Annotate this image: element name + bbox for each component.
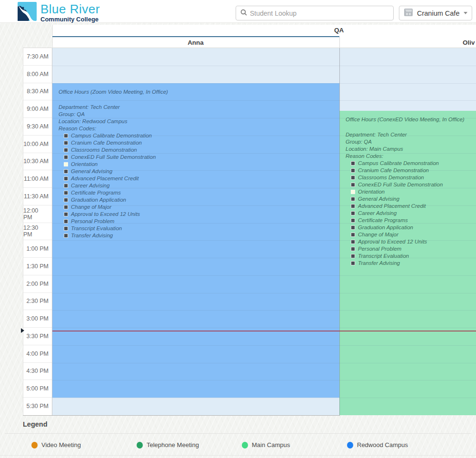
search-input[interactable]: [250, 10, 389, 17]
time-slot-row[interactable]: 9:00 AM: [23, 100, 52, 118]
reason-label: Approval to Exceed 12 Units: [358, 238, 427, 245]
legend-item-label: Telephone Meeting: [147, 441, 199, 448]
app-selector-label: Cranium Cafe: [417, 10, 460, 17]
reason-code-swatch-icon: [64, 226, 68, 231]
reason-code-item: Certificate Programs: [64, 189, 336, 196]
time-slot-row[interactable]: 4:00 PM: [23, 345, 52, 363]
time-label: 8:00 AM: [27, 71, 49, 78]
time-label: 4:30 PM: [26, 368, 49, 374]
time-slot-row[interactable]: 7:30 AM: [23, 48, 52, 66]
reason-code-swatch-icon: [351, 190, 355, 194]
reason-code-item: Classrooms Demonstration: [64, 146, 336, 154]
reason-label: ConexED Full Suite Demonstration: [358, 181, 443, 188]
reason-code-item: Transcript Evaluation: [351, 253, 472, 260]
office-hours-event-olivia[interactable]: Office Hours (ConexED Video Meeting, In …: [339, 111, 476, 415]
reason-label: Cranium Cafe Demonstration: [358, 167, 429, 174]
event-title: Office Hours (ConexED Video Meeting, In …: [346, 116, 472, 123]
time-slot-row[interactable]: 10:00 AM: [23, 136, 52, 153]
reason-code-swatch-icon: [64, 234, 68, 238]
top-bar: Blue River Community College Cr: [0, 0, 476, 23]
reason-code-swatch-icon: [351, 161, 355, 166]
reason-label: Advanced Placement Credit: [358, 203, 426, 210]
reason-code-swatch-icon: [64, 134, 68, 138]
event-group: Group: QA: [346, 138, 472, 146]
student-lookup-search[interactable]: [236, 6, 394, 20]
reason-label: Personal Problem: [358, 245, 401, 253]
time-slot-row[interactable]: 12:30 PM: [23, 223, 52, 241]
reason-code-item: Transfer Advising: [351, 260, 472, 267]
time-label: 11:00 AM: [24, 175, 49, 182]
legend-title: Legend: [23, 420, 48, 428]
day-column-olivia[interactable]: Office Hours (ConexED Video Meeting, In …: [339, 48, 476, 415]
reason-code-swatch-icon: [351, 240, 355, 244]
event-department: Department: Tech Center: [346, 131, 472, 138]
time-slot-row[interactable]: 3:00 PM: [23, 310, 52, 328]
reason-code-item: Advanced Placement Credit: [64, 175, 336, 182]
reason-code-swatch-icon: [64, 205, 68, 209]
legend-item-label: Redwood Campus: [357, 441, 408, 448]
time-label: 1:00 PM: [26, 245, 49, 252]
reason-code-swatch-icon: [64, 184, 68, 188]
reason-code-item: Campus Calibrate Demonstration: [64, 132, 336, 139]
time-slot-row[interactable]: 11:30 AM: [23, 188, 52, 205]
reason-code-item: General Advising: [351, 195, 472, 203]
group-header-underline: [52, 36, 339, 37]
day-column-anna[interactable]: Office Hours (Zoom Video Meeting, In Off…: [52, 48, 339, 415]
time-label: 11:30 AM: [24, 193, 49, 200]
reason-label: Personal Problem: [71, 218, 114, 225]
reason-code-swatch-icon: [351, 233, 355, 237]
legend-item: Telephone Meeting: [137, 441, 242, 448]
legend-divider: [5, 433, 471, 434]
time-label: 2:00 PM: [26, 281, 49, 287]
reason-code-item: Advanced Placement Credit: [351, 203, 472, 210]
reason-code-item: Approval to Exceed 12 Units: [351, 238, 472, 245]
time-slot-row[interactable]: 10:30 AM: [23, 153, 52, 171]
reason-code-swatch-icon: [64, 219, 68, 224]
storefront-icon: [404, 8, 413, 19]
time-slot-row[interactable]: 9:30 AM: [23, 118, 52, 136]
time-slot-row[interactable]: 5:30 PM: [23, 398, 52, 415]
time-slot-row[interactable]: 5:00 PM: [23, 380, 52, 398]
reason-label: General Advising: [358, 195, 399, 203]
time-label: 3:30 PM: [26, 333, 49, 340]
time-slot-row[interactable]: 3:30 PM: [23, 328, 52, 345]
reason-code-swatch-icon: [64, 141, 68, 145]
page: Blue River Community College Cr: [0, 0, 476, 458]
reason-code-swatch-icon: [64, 169, 68, 174]
office-hours-event-anna[interactable]: Office Hours (Zoom Video Meeting, In Off…: [52, 83, 339, 398]
time-label: 10:00 AM: [23, 141, 49, 147]
reason-code-item: Transcript Evaluation: [64, 225, 336, 232]
time-slot-row[interactable]: 4:30 PM: [23, 363, 52, 380]
legend-item: Redwood Campus: [347, 441, 452, 448]
time-label: 5:00 PM: [26, 385, 49, 392]
time-slot-row[interactable]: 2:30 PM: [23, 293, 52, 311]
business-hours-background: [52, 398, 339, 415]
time-slot-row[interactable]: 8:00 AM: [23, 66, 52, 83]
time-label: 10:30 AM: [23, 158, 49, 165]
reason-code-item: Change of Major: [64, 204, 336, 211]
reason-code-item: Approval to Exceed 12 Units: [64, 211, 336, 218]
reason-label: Advanced Placement Credit: [71, 175, 139, 182]
time-slot-row[interactable]: 2:00 PM: [23, 275, 52, 293]
reason-code-swatch-icon: [351, 175, 355, 180]
reason-label: Classrooms Demonstration: [358, 174, 424, 181]
time-slot-row[interactable]: 1:30 PM: [23, 258, 52, 275]
app-selector-dropdown[interactable]: Cranium Cafe: [399, 6, 472, 20]
reason-code-swatch-icon: [351, 197, 355, 201]
legend-dot-icon: [31, 442, 38, 448]
time-slot-row[interactable]: 11:00 AM: [23, 170, 52, 188]
reason-code-item: ConexED Full Suite Demonstration: [64, 154, 336, 161]
grid-top-border: [23, 48, 476, 48]
reason-code-swatch-icon: [351, 168, 355, 173]
time-slot-row[interactable]: 1:00 PM: [23, 240, 52, 258]
time-slot-row[interactable]: 12:00 PM: [23, 205, 52, 223]
reason-label: General Advising: [71, 168, 112, 175]
reason-label: Career Advising: [358, 210, 397, 217]
reason-label: Change of Major: [71, 204, 111, 211]
brand-title: Blue River: [40, 3, 100, 15]
time-label: 3:00 PM: [26, 315, 49, 322]
reason-label: Certificate Programs: [358, 217, 408, 224]
brand-subtitle: Community College: [40, 16, 100, 22]
business-hours-background: [339, 48, 476, 111]
time-slot-row[interactable]: 8:30 AM: [23, 83, 52, 101]
